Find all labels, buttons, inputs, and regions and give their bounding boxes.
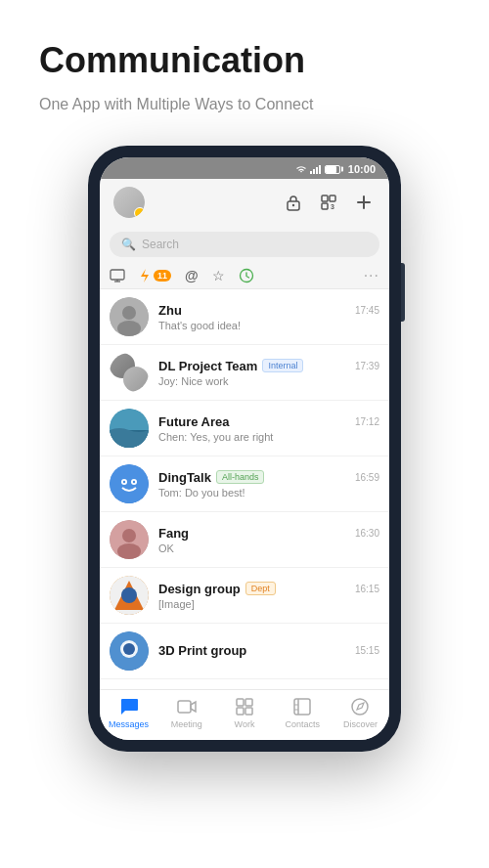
search-icon: 🔍 bbox=[121, 238, 136, 251]
avatar-badge bbox=[134, 207, 145, 218]
lightning-badge: 11 bbox=[154, 270, 171, 282]
svg-rect-6 bbox=[322, 195, 328, 201]
list-item[interactable]: Zhu 17:45 That's good idea! bbox=[100, 289, 389, 345]
bottom-nav: Messages Meeting bbox=[100, 689, 389, 740]
message-header: Future Area 17:12 bbox=[158, 414, 379, 429]
sender-name: DL Project Team bbox=[158, 359, 257, 373]
header-section: Communication One App with Multiple Ways… bbox=[0, 0, 489, 136]
message-header: Zhu 17:45 bbox=[158, 303, 379, 318]
list-item[interactable]: DingTalk All-hands 16:59 Tom: Do you bes… bbox=[100, 456, 389, 512]
message-content: Future Area 17:12 Chen: Yes, you are rig… bbox=[158, 414, 379, 443]
discover-nav-icon bbox=[349, 696, 371, 717]
filter-more[interactable]: ··· bbox=[364, 267, 379, 284]
message-time: 16:59 bbox=[355, 472, 379, 483]
svg-point-17 bbox=[122, 306, 136, 320]
filter-tab-recent[interactable] bbox=[239, 268, 254, 283]
svg-rect-38 bbox=[245, 708, 252, 715]
avatar-image bbox=[110, 353, 149, 392]
name-row: Future Area bbox=[158, 414, 229, 429]
svg-point-28 bbox=[117, 543, 141, 559]
message-content: Design group Dept 16:15 [Image] bbox=[158, 582, 379, 610]
avatar-3d bbox=[110, 631, 149, 671]
lock-icon[interactable] bbox=[282, 191, 305, 214]
list-item[interactable]: DL Project Team Internal 17:39 Joy: Nice… bbox=[100, 345, 389, 401]
message-time: 16:15 bbox=[355, 584, 379, 594]
svg-point-18 bbox=[117, 321, 141, 336]
message-time: 15:15 bbox=[355, 645, 379, 656]
name-row: DingTalk All-hands bbox=[158, 470, 264, 485]
nav-item-discover[interactable]: Discover bbox=[332, 696, 389, 732]
message-time: 17:39 bbox=[355, 361, 379, 371]
svg-point-24 bbox=[123, 481, 125, 483]
sender-name: Zhu bbox=[158, 303, 182, 318]
group-tag: All-hands bbox=[216, 470, 265, 484]
name-row: DL Project Team Internal bbox=[158, 359, 303, 373]
nav-item-messages[interactable]: Messages bbox=[100, 696, 157, 732]
svg-rect-35 bbox=[237, 699, 244, 706]
qr-icon[interactable]: 3 bbox=[317, 191, 340, 214]
svg-point-25 bbox=[133, 481, 135, 483]
phone-device: 10:00 bbox=[88, 146, 401, 752]
svg-rect-0 bbox=[310, 171, 312, 174]
list-item[interactable]: 3D Print group 15:15 bbox=[100, 624, 389, 679]
svg-rect-2 bbox=[316, 167, 318, 174]
avatar-image bbox=[110, 409, 149, 448]
group-tag: Dept bbox=[245, 582, 276, 595]
nav-label-work: Work bbox=[235, 719, 255, 729]
list-item[interactable]: Fang 16:30 OK bbox=[100, 512, 389, 568]
sender-name: Fang bbox=[158, 526, 189, 541]
svg-rect-36 bbox=[245, 699, 252, 706]
nav-label-meeting: Meeting bbox=[171, 719, 202, 729]
message-preview: That's good idea! bbox=[158, 320, 379, 331]
status-icons bbox=[295, 164, 340, 174]
star-tab-icon: ☆ bbox=[212, 268, 225, 283]
message-preview: [Image] bbox=[158, 598, 379, 610]
list-item[interactable]: Future Area 17:12 Chen: Yes, you are rig… bbox=[100, 401, 389, 456]
avatar-image bbox=[110, 576, 149, 615]
nav-item-contacts[interactable]: Contacts bbox=[274, 696, 332, 732]
avatar-image bbox=[110, 464, 149, 503]
svg-point-43 bbox=[352, 699, 368, 715]
message-preview: Joy: Nice work bbox=[158, 375, 379, 387]
svg-rect-34 bbox=[178, 701, 191, 713]
message-list: Zhu 17:45 That's good idea! bbox=[100, 289, 389, 689]
message-header: DingTalk All-hands 16:59 bbox=[158, 470, 379, 485]
svg-point-5 bbox=[292, 204, 294, 206]
add-icon[interactable] bbox=[352, 191, 376, 214]
page-title: Communication bbox=[39, 39, 450, 81]
avatar-future bbox=[110, 409, 149, 448]
message-header: Design group Dept 16:15 bbox=[158, 582, 379, 596]
svg-rect-8 bbox=[322, 203, 328, 209]
nav-item-meeting[interactable]: Meeting bbox=[157, 696, 215, 732]
nav-label-contacts: Contacts bbox=[285, 719, 320, 729]
message-time: 16:30 bbox=[355, 528, 379, 539]
avatar-fang bbox=[110, 520, 149, 559]
filter-tab-screen[interactable] bbox=[110, 269, 125, 282]
filter-tab-mention[interactable]: @ bbox=[185, 268, 199, 283]
message-preview: Tom: Do you best! bbox=[158, 487, 379, 499]
screen-tab-icon bbox=[110, 269, 125, 282]
message-time: 17:12 bbox=[355, 416, 379, 427]
search-bar[interactable]: 🔍 Search bbox=[110, 232, 379, 257]
svg-point-27 bbox=[122, 529, 136, 542]
list-item[interactable]: Design group Dept 16:15 [Image] bbox=[100, 568, 389, 624]
svg-point-30 bbox=[121, 587, 137, 603]
user-avatar[interactable] bbox=[113, 187, 145, 218]
message-preview: OK bbox=[158, 542, 379, 554]
page-subtitle: One App with Multiple Ways to Connect bbox=[39, 93, 450, 116]
filter-tab-star[interactable]: ☆ bbox=[212, 268, 225, 283]
top-icons: 3 bbox=[282, 191, 376, 214]
messages-nav-icon bbox=[118, 696, 140, 717]
filter-tab-lightning[interactable]: 11 bbox=[139, 268, 171, 283]
nav-item-work[interactable]: Work bbox=[215, 696, 273, 732]
message-header: Fang 16:30 bbox=[158, 526, 379, 541]
avatar-image bbox=[110, 631, 149, 671]
group-tag: Internal bbox=[262, 359, 303, 372]
avatar-dingtalk bbox=[110, 464, 149, 503]
svg-point-21 bbox=[110, 464, 149, 503]
message-header: DL Project Team Internal 17:39 bbox=[158, 359, 379, 373]
phone-wrapper: 10:00 bbox=[0, 146, 489, 752]
sender-name: Future Area bbox=[158, 414, 229, 429]
filter-tabs: 11 @ ☆ ··· bbox=[100, 263, 389, 289]
message-content: DingTalk All-hands 16:59 Tom: Do you bes… bbox=[158, 470, 379, 499]
